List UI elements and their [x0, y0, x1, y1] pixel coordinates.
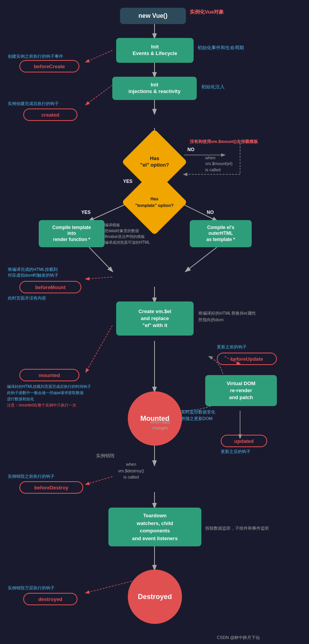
compile-el-box: Compile el's outerHTML as template *: [190, 220, 252, 247]
mounted-hook: mounted: [19, 369, 79, 381]
virtual-dom-box: Virtual DOM re-render and patch: [205, 375, 277, 406]
create-vm-note: 将编译好的HTML替换掉el属性 所指向的dom: [198, 310, 256, 323]
created-hook: created: [23, 108, 77, 121]
destroy-sub: when vm.$destroy() is called: [118, 461, 144, 480]
create-vm-box: Create vm.$el and replace "el" with it: [116, 301, 194, 336]
teardown-note: 拆除数据监听，子组件和事件监听: [205, 525, 269, 532]
has-el-yes: YES: [123, 178, 132, 185]
compile-note: 编译模板 把data对象里的数据 和value语法声明的模板 编译成浏览器可读的…: [105, 222, 150, 245]
created-note: 实例创建完成后执行的钩子: [8, 101, 59, 107]
realtime-note: 实时监控数据变化并随之更新DOM: [181, 409, 215, 422]
init-events-note: 初始化事件和生命周期: [197, 45, 244, 51]
updated-note: 更新之后的钩子: [221, 449, 251, 455]
before-create-hook: beforeCreate: [19, 60, 79, 72]
compile-template-label: Compile template into render function *: [52, 225, 91, 243]
new-vue-label: new Vue(): [139, 12, 168, 19]
svg-line-18: [86, 477, 112, 484]
destroyed-hook: destroyed: [23, 593, 77, 605]
destroyed-note: 实例销毁万层执行的钩子: [8, 585, 55, 591]
svg-line-10: [89, 247, 112, 271]
has-template-no: NO: [207, 209, 214, 216]
when-data-label: when datachanges: [150, 419, 170, 431]
before-mount-hook: beforeMount: [19, 281, 81, 293]
new-vue-box: new Vue(): [120, 8, 186, 24]
updated-hook: updated: [221, 435, 267, 447]
svg-line-4: [86, 85, 112, 105]
init-events-label: Init Events & Lifecycle: [133, 44, 177, 57]
init-inject-label: Init injections & reactivity: [129, 82, 180, 95]
before-destroy-hook: beforeDestroy: [19, 481, 83, 494]
has-template-yes: YES: [81, 209, 91, 216]
no-el-note: 没有则使用vm.$mount()去挂载模板: [190, 139, 258, 145]
init-inject-note: 初始化注入: [201, 84, 225, 90]
svg-line-14: [86, 325, 112, 372]
has-el-no: NO: [187, 146, 194, 153]
footer: CSDN @林中静月下仙: [217, 635, 260, 641]
init-events-box: Init Events & Lifecycle: [116, 38, 194, 63]
before-mount-note: 将编译完成的HTML挂载到对应虚拟dom时触发的钩子: [8, 267, 58, 279]
mounted-circle: Mounted: [128, 391, 182, 446]
destroyed-circle: Destroyed: [128, 570, 182, 624]
before-update-hook: beforeUpdate: [217, 353, 277, 365]
before-create-note: 创建实例之前执行的钩子事件: [8, 53, 63, 59]
lifecycle-diagram: new Vue() 实例化Vue对象 Init Events & Lifecyc…: [0, 0, 309, 644]
svg-line-21: [86, 581, 132, 593]
teardown-label: Teardown watchers, child components and …: [132, 512, 178, 542]
virtual-dom-label: Virtual DOM re-render and patch: [227, 380, 255, 401]
create-vm-label: Create vm.$el and replace "el" with it: [139, 308, 172, 329]
compile-template-box: Compile template into render function *: [39, 220, 105, 247]
teardown-box: Teardown watchers, child components and …: [108, 508, 201, 546]
init-inject-box: Init injections & reactivity: [112, 77, 197, 100]
before-destroy-note: 实例销毁之前执行的钩子: [8, 474, 55, 479]
no-el-sub: when vm.$mount(el) is called: [205, 155, 232, 173]
destroy-label: 实例销毁: [96, 453, 115, 459]
svg-line-13: [86, 277, 112, 279]
compile-el-label: Compile el's outerHTML as template *: [206, 225, 235, 243]
svg-line-2: [86, 50, 112, 62]
mounted-note: 编译好的HTML挂载到页面完成后执行的时间钩子 此钩子函数中一般会做一些ajax…: [7, 384, 91, 408]
before-mount-sub: 此时页面并没有内容: [8, 295, 46, 301]
before-update-note: 更新之前的钩子: [217, 344, 247, 350]
svg-line-11: [186, 247, 217, 271]
new-vue-note: 实例化Vue对象: [190, 9, 224, 15]
